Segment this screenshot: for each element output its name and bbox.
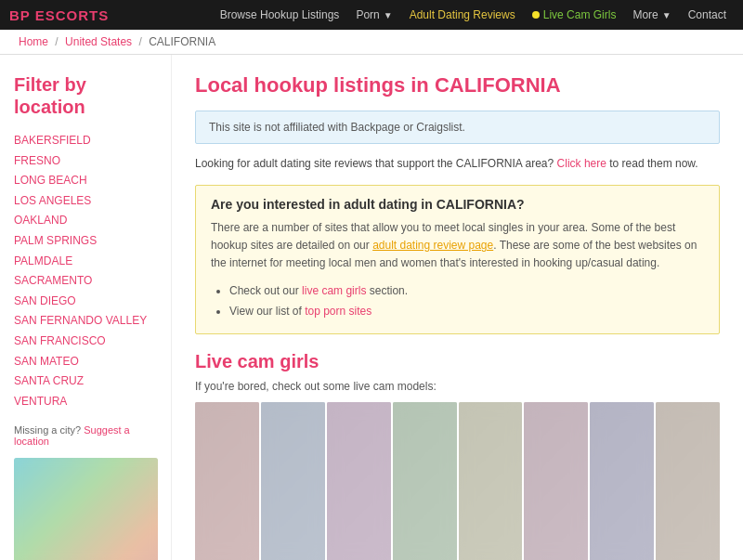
page-title: Local hookup listings in CALIFORNIA [195,73,720,98]
image-cell [393,402,457,560]
nav-livecam[interactable]: Live Cam Girls [525,5,624,25]
nav-links: Browse Hookup Listings Porn ▼ Adult Dati… [213,5,734,25]
missing-city-text: Missing a city? Suggest a location [14,424,157,447]
list-item-livecam: Check out our live cam girls section. [229,280,704,302]
yellow-box-para: There are a number of sites that allow y… [211,219,704,273]
content-area: Local hookup listings in CALIFORNIA This… [172,55,743,560]
livecam-section-title: Live cam girls [195,351,720,372]
image-blur-overlay [327,402,391,560]
yellow-box: Are you interested in adult dating in CA… [195,185,720,334]
breadcrumb-sep2: / [138,35,141,48]
site-logo: BP ESCORTS [9,7,109,23]
sidebar-city-link[interactable]: SAN FRANCISCO [14,332,157,352]
image-blur-overlay [261,402,325,560]
sidebar-city-link[interactable]: SAN FERNANDO VALLEY [14,311,157,332]
image-blur-overlay [459,402,523,560]
top-porn-sites-link[interactable]: top porn sites [305,305,372,318]
sidebar-city-link[interactable]: LOS ANGELES [14,191,157,212]
sidebar-city-link[interactable]: SANTA CRUZ [14,371,157,392]
sidebar-city-link[interactable]: BAKERSFIELD [14,131,157,151]
image-cell [327,402,391,560]
image-cell [590,402,654,560]
sidebar-city-link[interactable]: SAN MATEO [14,352,157,372]
image-blur-overlay [524,402,588,560]
sidebar-city-link[interactable]: PALM SPRINGS [14,231,157,252]
dropdown-arrow-icon: ▼ [384,10,393,20]
livecam-dot-icon [532,11,540,19]
sidebar-city-link[interactable]: LONG BEACH [14,171,157,191]
breadcrumb: Home / United States / CALIFORNIA [0,30,743,55]
nav-adult-dating[interactable]: Adult Dating Reviews [402,5,523,25]
list-item-porn: View our list of top porn sites [229,301,704,322]
image-cell [261,402,325,560]
info-box: This site is not affiliated with Backpag… [195,111,720,144]
more-dropdown-arrow-icon: ▼ [662,10,671,20]
live-cam-girls-link[interactable]: live cam girls [302,284,366,297]
nav-browse[interactable]: Browse Hookup Listings [213,5,347,25]
nav-porn[interactable]: Porn ▼ [348,5,399,25]
breadcrumb-current: CALIFORNIA [149,35,215,48]
sidebar-city-link[interactable]: PALMDALE [14,252,157,272]
navbar: BP ESCORTS Browse Hookup Listings Porn ▼… [0,0,743,30]
nav-more[interactable]: More ▼ [625,5,678,25]
sidebar-city-link[interactable]: SACRAMENTO [14,271,157,292]
breadcrumb-sep1: / [55,35,58,48]
sidebar-title: Filter by location [14,73,157,118]
sidebar-image-blur [14,458,158,560]
breadcrumb-us[interactable]: United States [65,35,132,48]
adult-dating-review-link[interactable]: adult dating review page [372,239,493,252]
main-wrapper: Filter by location BAKERSFIELDFRESNOLONG… [0,55,743,560]
yellow-box-list: Check out our live cam girls section. Vi… [229,280,704,323]
image-cell [195,402,259,560]
image-cell [524,402,588,560]
sidebar: Filter by location BAKERSFIELDFRESNOLONG… [0,55,172,560]
sidebar-city-link[interactable]: VENTURA [14,392,157,412]
image-cell [459,402,523,560]
click-here-link[interactable]: Click here [557,157,606,170]
image-blur-overlay [393,402,457,560]
intro-paragraph: Looking for adult dating site reviews th… [195,155,720,172]
sidebar-image [14,458,158,560]
livecam-section-para: If you're bored, check out some live cam… [195,380,720,393]
city-list: BAKERSFIELDFRESNOLONG BEACHLOS ANGELESOA… [14,131,157,411]
sidebar-city-link[interactable]: FRESNO [14,151,157,172]
breadcrumb-home[interactable]: Home [19,35,48,48]
sidebar-city-link[interactable]: OAKLAND [14,211,157,231]
image-blur-overlay [656,402,720,560]
image-blur-overlay [590,402,654,560]
sidebar-city-link[interactable]: SAN DIEGO [14,292,157,312]
yellow-box-title: Are you interested in adult dating in CA… [211,197,704,212]
image-grid [195,402,720,560]
image-cell [656,402,720,560]
nav-contact[interactable]: Contact [681,5,734,25]
image-blur-overlay [195,402,259,560]
